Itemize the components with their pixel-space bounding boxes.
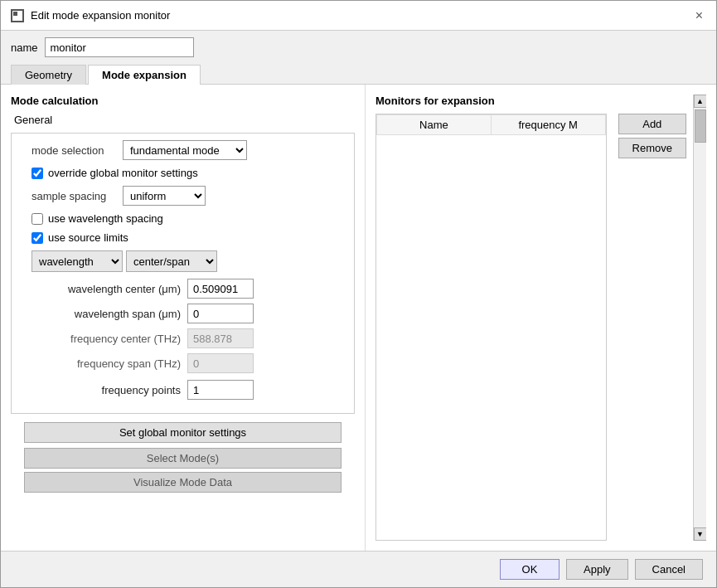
right-panel: Monitors for expansion Name frequency M — [366, 85, 716, 551]
wavelength-span-label: wavelength span (μm) — [38, 308, 187, 320]
wavelength-type-dropdown[interactable]: wavelength frequency — [31, 250, 123, 272]
apply-button[interactable]: Apply — [566, 559, 628, 580]
col-freq-header: frequency M — [491, 115, 605, 135]
name-input[interactable] — [45, 37, 194, 57]
mode-selection-label: mode selection — [31, 144, 123, 157]
monitors-table-area: Name frequency M — [375, 114, 607, 541]
select-modes-btn[interactable]: Select Mode(s) — [24, 448, 342, 469]
wavelength-center-input[interactable] — [187, 279, 254, 299]
col-name-header: Name — [377, 115, 492, 135]
title-bar: Edit mode expansion monitor × — [1, 1, 716, 31]
use-wavelength-spacing-label: use wavelength spacing — [48, 212, 163, 225]
close-button[interactable]: × — [692, 9, 706, 22]
frequency-span-row: frequency span (THz) 0 — [18, 353, 347, 373]
content-area: Mode calculation General mode selection … — [1, 85, 716, 551]
left-panel: Mode calculation General mode selection … — [1, 85, 366, 551]
remove-monitor-button[interactable]: Remove — [618, 138, 686, 158]
sample-spacing-dropdown[interactable]: uniform custom — [123, 186, 206, 206]
general-group: mode selection fundamental mode user sel… — [11, 133, 355, 414]
right-scrollbar: ▲ ▼ — [693, 95, 706, 541]
scroll-thumb[interactable] — [695, 109, 706, 143]
use-wavelength-spacing-checkbox[interactable] — [31, 213, 43, 225]
monitors-table: Name frequency M — [376, 114, 606, 135]
sample-spacing-row: sample spacing uniform custom — [18, 186, 347, 206]
override-global-row: override global monitor settings — [18, 167, 347, 179]
frequency-points-input[interactable] — [187, 380, 254, 400]
tabs-row: Geometry Mode expansion — [1, 64, 716, 85]
footer: OK Apply Cancel — [1, 551, 716, 587]
mode-selection-dropdown[interactable]: fundamental mode user select all — [123, 140, 247, 160]
wavelength-span-row: wavelength span (μm) — [18, 304, 347, 323]
sample-spacing-label: sample spacing — [31, 190, 123, 202]
tab-mode-expansion[interactable]: Mode expansion — [88, 65, 201, 85]
wavelength-center-row: wavelength center (μm) — [18, 279, 347, 299]
name-row: name — [1, 31, 716, 64]
set-global-btn[interactable]: Set global monitor settings — [24, 422, 342, 443]
override-global-checkbox[interactable] — [31, 168, 43, 179]
scroll-up-arrow[interactable]: ▲ — [694, 95, 707, 108]
frequency-center-value: 588.878 — [187, 328, 254, 348]
use-source-limits-label: use source limits — [48, 231, 128, 244]
general-subtitle: General — [11, 114, 355, 126]
mode-selection-row: mode selection fundamental mode user sel… — [18, 140, 347, 160]
add-monitor-button[interactable]: Add — [618, 114, 686, 134]
wavelength-span-input[interactable] — [187, 304, 254, 323]
ok-button[interactable]: OK — [500, 559, 560, 580]
scroll-down-arrow[interactable]: ▼ — [694, 527, 707, 541]
mode-calc-title: Mode calculation — [11, 95, 355, 107]
frequency-points-row: frequency points — [18, 380, 347, 400]
name-label: name — [11, 41, 38, 54]
override-global-label: override global monitor settings — [48, 167, 198, 179]
cancel-button[interactable]: Cancel — [635, 559, 703, 580]
use-source-limits-checkbox[interactable] — [31, 232, 43, 244]
frequency-span-value: 0 — [187, 353, 254, 373]
use-wavelength-spacing-row: use wavelength spacing — [18, 212, 347, 225]
frequency-points-label: frequency points — [38, 384, 187, 396]
dialog-title: Edit mode expansion monitor — [31, 9, 170, 22]
use-source-limits-row: use source limits — [18, 231, 347, 244]
wavelength-center-label: wavelength center (μm) — [38, 283, 187, 295]
center-span-dropdown[interactable]: center/span min/max — [126, 250, 217, 272]
monitors-expansion-title: Monitors for expansion — [375, 95, 686, 107]
app-icon — [11, 9, 24, 22]
frequency-center-label: frequency center (THz) — [38, 333, 187, 345]
frequency-span-label: frequency span (THz) — [38, 357, 187, 370]
frequency-center-row: frequency center (THz) 588.878 — [18, 328, 347, 348]
visualize-mode-btn[interactable]: Visualize Mode Data — [24, 472, 342, 493]
title-bar-left: Edit mode expansion monitor — [11, 9, 170, 22]
monitors-action-buttons: Add Remove — [618, 114, 686, 541]
tab-geometry[interactable]: Geometry — [11, 65, 86, 85]
wavelength-dropdowns-row: wavelength frequency center/span min/max — [18, 250, 347, 272]
dialog: Edit mode expansion monitor × name Geome… — [0, 0, 717, 588]
